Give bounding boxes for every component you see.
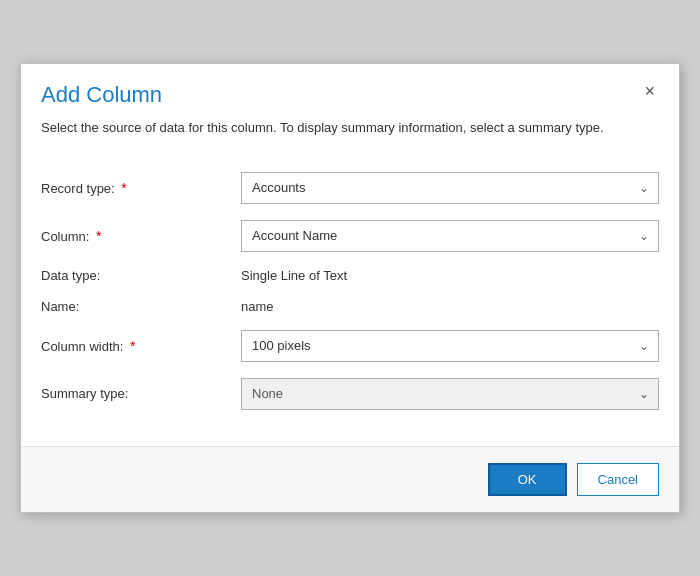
dialog-footer: OK Cancel — [21, 446, 679, 512]
column-width-label: Column width: * — [41, 338, 241, 354]
column-label: Column: * — [41, 228, 241, 244]
summary-type-select-wrapper[interactable]: None Count Sum Average Min Max ⌄ — [241, 378, 659, 410]
data-type-label: Data type: — [41, 268, 241, 283]
required-star-column: * — [96, 228, 101, 244]
record-type-select[interactable]: Accounts — [241, 172, 659, 204]
dialog-description: Select the source of data for this colum… — [41, 118, 621, 138]
record-type-select-wrapper[interactable]: Accounts ⌄ — [241, 172, 659, 204]
data-type-value: Single Line of Text — [241, 268, 347, 283]
column-select[interactable]: Account Name — [241, 220, 659, 252]
dialog-title: Add Column — [41, 82, 659, 108]
column-select-wrapper[interactable]: Account Name ⌄ — [241, 220, 659, 252]
data-type-row: Data type: Single Line of Text — [41, 268, 659, 283]
dialog-overlay: Add Column Select the source of data for… — [0, 0, 700, 576]
dialog-body: Record type: * Accounts ⌄ Column: * — [21, 148, 679, 446]
summary-type-select[interactable]: None Count Sum Average Min Max — [241, 378, 659, 410]
name-label: Name: — [41, 299, 241, 314]
name-value: name — [241, 299, 274, 314]
column-width-row: Column width: * 100 pixels 50 pixels 150… — [41, 330, 659, 362]
summary-type-row: Summary type: None Count Sum Average Min… — [41, 378, 659, 410]
dialog-header: Add Column Select the source of data for… — [21, 64, 679, 148]
record-type-label: Record type: * — [41, 180, 241, 196]
summary-type-label: Summary type: — [41, 386, 241, 401]
column-width-select[interactable]: 100 pixels 50 pixels 150 pixels 200 pixe… — [241, 330, 659, 362]
record-type-row: Record type: * Accounts ⌄ — [41, 172, 659, 204]
name-row: Name: name — [41, 299, 659, 314]
required-star-record-type: * — [121, 180, 126, 196]
add-column-dialog: Add Column Select the source of data for… — [20, 63, 680, 513]
cancel-button[interactable]: Cancel — [577, 463, 659, 496]
ok-button[interactable]: OK — [488, 463, 567, 496]
close-button[interactable]: × — [638, 80, 661, 102]
column-width-select-wrapper[interactable]: 100 pixels 50 pixels 150 pixels 200 pixe… — [241, 330, 659, 362]
column-row: Column: * Account Name ⌄ — [41, 220, 659, 252]
required-star-width: * — [130, 338, 135, 354]
